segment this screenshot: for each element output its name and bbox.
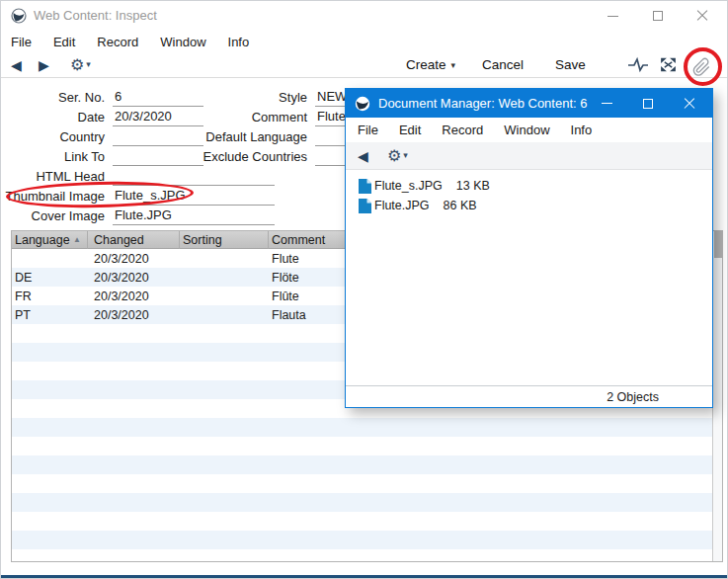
activity-button[interactable] [627,56,649,76]
field-label-style: Style [1,90,307,107]
main-toolbar: ◀ ▶ ⚙▾ Create▾ Cancel Save [1,52,728,78]
minimize-icon [602,103,612,104]
close-icon [684,98,695,110]
app-logo-icon [11,8,27,24]
field-label-comment: Comment [1,110,307,126]
back-button[interactable]: ◀ [11,57,22,73]
main-titlebar: Web Content: Inspect [1,1,728,31]
window-title: Web Content: Inspect [34,8,157,23]
forward-icon: ▶ [39,57,49,73]
maximize-icon [643,99,653,109]
document-manager-window: Document Manager: Web Content: 6 File Ed… [345,88,713,408]
table-row-empty[interactable] [12,531,722,549]
back-icon: ◀ [11,57,22,73]
close-button[interactable] [680,1,724,31]
menu-window[interactable]: Window [160,35,205,49]
html-head-field[interactable] [113,168,275,186]
table-row-empty[interactable] [12,512,722,531]
window-bottom-edge [1,575,728,578]
dm-menu-record[interactable]: Record [442,123,483,137]
chevron-down-icon: ▾ [451,60,456,70]
chevron-down-icon: ▾ [403,150,408,160]
file-size: 86 KB [444,199,477,212]
gear-icon: ⚙ [70,56,84,73]
dm-status-bar: 2 Objects [346,385,712,407]
field-label-exclude-countries: Exclude Countries [1,149,307,166]
dm-menu-window[interactable]: Window [504,123,549,137]
file-size: 13 KB [456,179,490,193]
field-label-html-head: HTML Head [1,169,105,186]
file-list-item[interactable]: Flute_s.JPG13 KB [346,176,712,196]
minimize-button[interactable] [591,1,635,31]
maximize-button[interactable] [635,1,680,31]
file-list-item[interactable]: Flute.JPG86 KB [346,196,712,215]
field-label-default-language: Default Language [1,129,307,146]
menu-edit[interactable]: Edit [53,35,75,49]
sort-ascending-icon: ▲ [73,235,81,244]
expand-icon [659,56,678,73]
cancel-button[interactable]: Cancel [482,57,524,72]
table-cell: 20/3/2020 [88,290,180,303]
menu-file[interactable]: File [11,35,32,49]
chevron-down-icon: ▾ [86,59,91,69]
minimize-icon [607,16,618,17]
table-row-empty[interactable] [12,474,722,493]
dm-operations-menu-button[interactable]: ⚙▾ [387,146,408,165]
table-cell: DE [12,271,88,285]
menu-info[interactable]: Info [228,35,250,49]
dm-window-title: Document Manager: Web Content: 6 [378,96,588,111]
field-label-thumbnail-image: Thumbnail Image [1,189,105,206]
main-menubar: File Edit Record Window Info [1,31,728,52]
table-cell: PT [12,308,88,322]
table-cell: FR [12,290,88,303]
forward-button[interactable]: ▶ [39,57,49,73]
file-name: Flute.JPG [374,199,430,212]
operations-menu-button[interactable]: ⚙▾ [70,55,91,74]
menu-record[interactable]: Record [97,35,138,49]
close-icon [696,10,708,22]
file-document-icon [359,199,371,213]
scrollbar-thumb[interactable] [714,231,722,258]
dm-file-list: Flute_s.JPG13 KBFlute.JPG86 KB [346,170,712,215]
field-label-cover-image: Cover Image [1,208,105,225]
dm-menu-info[interactable]: Info [571,123,593,137]
dm-menu-file[interactable]: File [358,123,378,137]
dm-close-button[interactable] [669,89,710,118]
file-document-icon [359,179,371,194]
dm-menubar: File Edit Record Window Info [346,118,712,142]
dm-menu-edit[interactable]: Edit [399,123,421,137]
thumbnail-image-field[interactable]: Flute_s.JPG [113,188,275,206]
table-row-empty[interactable] [12,437,722,455]
table-cell: 20/3/2020 [88,252,180,266]
dm-minimize-button[interactable] [586,89,627,118]
file-name: Flute_s.JPG [374,179,443,193]
table-row-empty[interactable] [12,455,722,474]
dm-toolbar: ◀ ⚙▾ [346,142,712,170]
column-header-language[interactable]: Language▲ [12,231,88,249]
maximize-icon [653,11,663,21]
table-cell: 20/3/2020 [88,308,180,322]
table-cell: 20/3/2020 [88,271,180,285]
save-button[interactable]: Save [555,57,586,72]
cover-image-field[interactable]: Flute.JPG [113,207,275,225]
table-scrollbar[interactable] [712,231,722,561]
dm-back-button[interactable]: ◀ [358,148,368,164]
main-window: Web Content: Inspect File Edit Record Wi… [0,0,728,579]
paperclip-icon [689,56,713,76]
create-button[interactable]: Create▾ [406,57,455,72]
back-icon: ◀ [358,148,368,164]
dm-maximize-button[interactable] [627,89,669,118]
column-header-sorting[interactable]: Sorting [180,231,269,249]
dm-logo-icon [355,96,370,112]
table-row-empty[interactable] [12,549,722,562]
object-count: 2 Objects [607,390,659,404]
table-row-empty[interactable] [12,418,722,437]
expand-button[interactable] [659,56,678,76]
table-row-empty[interactable] [12,493,722,512]
pulse-icon [627,56,649,73]
gear-icon: ⚙ [387,147,401,164]
dm-titlebar[interactable]: Document Manager: Web Content: 6 [346,89,712,118]
column-header-changed[interactable]: Changed [88,231,180,249]
attachments-button[interactable] [689,56,713,79]
